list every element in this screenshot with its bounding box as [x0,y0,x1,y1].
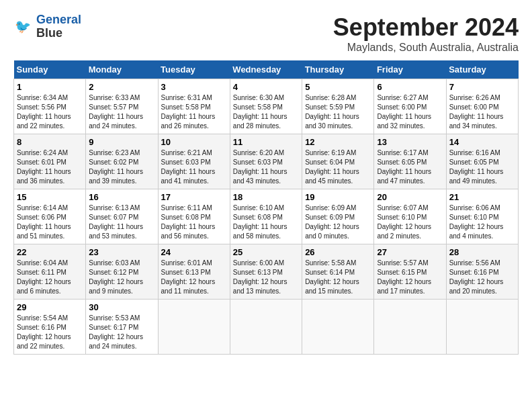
day-number: 2 [89,82,154,92]
page-header: 🐦 General Blue September 2024 Maylands, … [13,13,519,54]
calendar-cell: 21 Sunrise: 6:06 AMSunset: 6:10 PMDaylig… [446,189,518,244]
day-detail: Sunrise: 6:19 AMSunset: 6:04 PMDaylight:… [305,148,371,186]
calendar-cell: 30 Sunrise: 5:53 AMSunset: 6:17 PMDaylig… [86,300,158,355]
calendar-cell [302,300,374,355]
calendar-cell: 4 Sunrise: 6:30 AMSunset: 5:58 PMDayligh… [230,79,302,134]
calendar-table: SundayMondayTuesdayWednesdayThursdayFrid… [13,60,519,355]
day-detail: Sunrise: 6:27 AMSunset: 6:00 PMDaylight:… [377,93,443,131]
day-detail: Sunrise: 6:34 AMSunset: 5:56 PMDaylight:… [17,93,83,131]
day-detail: Sunrise: 6:07 AMSunset: 6:10 PMDaylight:… [377,203,443,241]
day-detail: Sunrise: 5:54 AMSunset: 6:16 PMDaylight:… [17,314,83,351]
calendar-cell: 5 Sunrise: 6:28 AMSunset: 5:59 PMDayligh… [302,79,374,134]
calendar-cell: 23 Sunrise: 6:03 AMSunset: 6:12 PMDaylig… [86,244,158,300]
title-block: September 2024 Maylands, South Australia… [333,13,519,54]
day-detail: Sunrise: 6:10 AMSunset: 6:08 PMDaylight:… [233,203,299,241]
day-number: 16 [89,192,154,202]
day-number: 4 [233,82,299,92]
logo-text: General Blue [36,13,81,40]
logo-line1: General [36,13,81,26]
calendar-cell: 14 Sunrise: 6:16 AMSunset: 6:05 PMDaylig… [446,134,518,189]
calendar-cell: 27 Sunrise: 5:57 AMSunset: 6:15 PMDaylig… [374,244,446,300]
day-number: 3 [161,82,227,92]
calendar-cell: 17 Sunrise: 6:11 AMSunset: 6:08 PMDaylig… [158,189,230,244]
day-number: 10 [161,137,227,147]
day-detail: Sunrise: 6:26 AMSunset: 6:00 PMDaylight:… [449,93,515,131]
calendar-cell: 12 Sunrise: 6:19 AMSunset: 6:04 PMDaylig… [302,134,374,189]
column-header-friday: Friday [374,60,446,79]
calendar-cell: 16 Sunrise: 6:13 AMSunset: 6:07 PMDaylig… [86,189,158,244]
day-number: 21 [449,192,515,202]
day-number: 6 [377,82,443,92]
calendar-cell: 9 Sunrise: 6:23 AMSunset: 6:02 PMDayligh… [86,134,158,189]
calendar-cell: 28 Sunrise: 5:56 AMSunset: 6:16 PMDaylig… [446,244,518,300]
day-number: 11 [233,137,299,147]
calendar-cell: 26 Sunrise: 5:58 AMSunset: 6:14 PMDaylig… [302,244,374,300]
calendar-cell: 7 Sunrise: 6:26 AMSunset: 6:00 PMDayligh… [446,79,518,134]
day-detail: Sunrise: 6:33 AMSunset: 5:57 PMDaylight:… [89,93,154,131]
day-number: 1 [17,82,83,92]
day-detail: Sunrise: 6:23 AMSunset: 6:02 PMDaylight:… [89,148,154,186]
calendar-cell: 15 Sunrise: 6:14 AMSunset: 6:06 PMDaylig… [14,189,86,244]
day-detail: Sunrise: 6:24 AMSunset: 6:01 PMDaylight:… [17,148,83,186]
day-number: 29 [17,302,83,312]
calendar-cell: 3 Sunrise: 6:31 AMSunset: 5:58 PMDayligh… [158,79,230,134]
calendar-cell: 10 Sunrise: 6:21 AMSunset: 6:03 PMDaylig… [158,134,230,189]
day-detail: Sunrise: 6:21 AMSunset: 6:03 PMDaylight:… [161,148,227,186]
day-number: 7 [449,82,515,92]
column-header-thursday: Thursday [302,60,374,79]
day-number: 28 [449,247,515,257]
day-detail: Sunrise: 5:58 AMSunset: 6:14 PMDaylight:… [305,259,371,296]
column-header-tuesday: Tuesday [158,60,230,79]
calendar-cell: 19 Sunrise: 6:09 AMSunset: 6:09 PMDaylig… [302,189,374,244]
day-detail: Sunrise: 6:28 AMSunset: 5:59 PMDaylight:… [305,93,371,131]
calendar-cell: 8 Sunrise: 6:24 AMSunset: 6:01 PMDayligh… [14,134,86,189]
logo-line2: Blue [36,26,62,40]
day-detail: Sunrise: 5:57 AMSunset: 6:15 PMDaylight:… [377,259,443,296]
calendar-cell: 6 Sunrise: 6:27 AMSunset: 6:00 PMDayligh… [374,79,446,134]
day-detail: Sunrise: 6:04 AMSunset: 6:11 PMDaylight:… [17,259,83,296]
day-number: 23 [89,247,154,257]
day-detail: Sunrise: 6:13 AMSunset: 6:07 PMDaylight:… [89,203,154,241]
calendar-cell: 22 Sunrise: 6:04 AMSunset: 6:11 PMDaylig… [14,244,86,300]
calendar-cell: 24 Sunrise: 6:01 AMSunset: 6:13 PMDaylig… [158,244,230,300]
day-number: 22 [17,247,83,257]
day-detail: Sunrise: 6:20 AMSunset: 6:03 PMDaylight:… [233,148,299,186]
calendar-cell: 29 Sunrise: 5:54 AMSunset: 6:16 PMDaylig… [14,300,86,355]
calendar-cell: 25 Sunrise: 6:00 AMSunset: 6:13 PMDaylig… [230,244,302,300]
day-number: 19 [305,192,371,202]
calendar-cell: 1 Sunrise: 6:34 AMSunset: 5:56 PMDayligh… [14,79,86,134]
calendar-cell: 20 Sunrise: 6:07 AMSunset: 6:10 PMDaylig… [374,189,446,244]
logo-icon: 🐦 [13,17,34,37]
day-detail: Sunrise: 6:06 AMSunset: 6:10 PMDaylight:… [449,203,515,241]
logo: 🐦 General Blue [13,13,81,40]
column-header-sunday: Sunday [14,60,86,79]
day-detail: Sunrise: 5:53 AMSunset: 6:17 PMDaylight:… [89,314,154,351]
svg-text:🐦: 🐦 [15,18,32,34]
day-number: 20 [377,192,443,202]
day-number: 8 [17,137,83,147]
day-detail: Sunrise: 6:01 AMSunset: 6:13 PMDaylight:… [161,259,227,296]
day-number: 5 [305,82,371,92]
day-detail: Sunrise: 6:16 AMSunset: 6:05 PMDaylight:… [449,148,515,186]
day-number: 9 [89,137,154,147]
day-number: 12 [305,137,371,147]
location-subtitle: Maylands, South Australia, Australia [333,42,519,54]
day-number: 27 [377,247,443,257]
calendar-cell: 18 Sunrise: 6:10 AMSunset: 6:08 PMDaylig… [230,189,302,244]
day-detail: Sunrise: 6:30 AMSunset: 5:58 PMDaylight:… [233,93,299,131]
day-number: 24 [161,247,227,257]
calendar-cell [230,300,302,355]
month-year-title: September 2024 [333,13,519,42]
day-detail: Sunrise: 6:17 AMSunset: 6:05 PMDaylight:… [377,148,443,186]
column-header-monday: Monday [86,60,158,79]
day-number: 15 [17,192,83,202]
day-number: 14 [449,137,515,147]
day-number: 18 [233,192,299,202]
calendar-cell: 13 Sunrise: 6:17 AMSunset: 6:05 PMDaylig… [374,134,446,189]
calendar-cell: 2 Sunrise: 6:33 AMSunset: 5:57 PMDayligh… [86,79,158,134]
calendar-cell [374,300,446,355]
calendar-cell [446,300,518,355]
day-number: 30 [89,302,154,312]
calendar-cell: 11 Sunrise: 6:20 AMSunset: 6:03 PMDaylig… [230,134,302,189]
day-number: 13 [377,137,443,147]
